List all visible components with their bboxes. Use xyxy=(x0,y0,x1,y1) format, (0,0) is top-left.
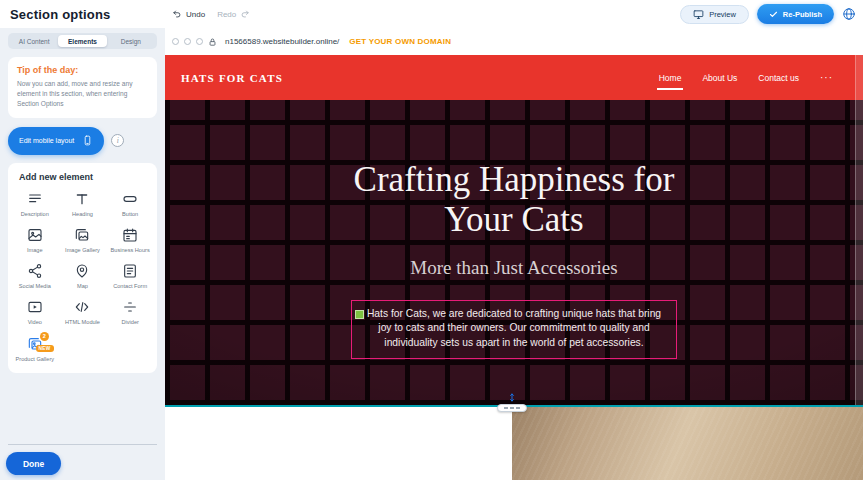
section-resize-handle[interactable] xyxy=(489,392,535,412)
element-label: Image xyxy=(27,247,43,254)
element-label: Product Gallery xyxy=(16,356,55,363)
element-map[interactable]: Map xyxy=(59,262,107,290)
window-dot xyxy=(184,38,191,45)
check-icon xyxy=(769,10,778,19)
monitor-icon xyxy=(693,9,704,20)
window-dot xyxy=(172,38,179,45)
element-html-module[interactable]: HTML Module xyxy=(59,298,107,326)
republish-button[interactable]: Re-Publish xyxy=(757,4,834,24)
hero-section[interactable]: Crafting Happiness forYour Cats More tha… xyxy=(165,100,863,405)
element-label: Heading xyxy=(72,211,93,218)
resize-arrows-icon xyxy=(507,392,517,403)
redo-button[interactable]: Redo xyxy=(217,9,250,19)
element-image[interactable]: Image xyxy=(11,226,59,254)
hero-heading-line2: Your Cats xyxy=(444,200,583,239)
element-label: Description xyxy=(21,211,49,218)
element-label: Business Hours xyxy=(111,247,150,254)
tab-design[interactable]: Design xyxy=(107,35,155,47)
element-business-hours[interactable]: Business Hours xyxy=(106,226,154,254)
social-media-icon xyxy=(27,262,43,280)
button-icon xyxy=(122,190,138,208)
map-pin-icon xyxy=(74,262,90,280)
count-badge: 2 xyxy=(40,332,49,341)
info-icon[interactable]: i xyxy=(111,134,124,147)
republish-label: Re-Publish xyxy=(783,10,822,19)
contact-form-icon xyxy=(122,262,138,280)
redo-label: Redo xyxy=(217,10,236,19)
tip-card: Tip of the day: Now you can add, move an… xyxy=(8,57,157,118)
undo-icon xyxy=(172,9,182,19)
edit-mobile-label: Edit mobile layout xyxy=(19,137,74,144)
add-element-panel: Add new element Description Heading Butt… xyxy=(8,163,157,373)
site-logo[interactable]: HATS FOR CATS xyxy=(181,72,283,84)
element-label: Image Gallery xyxy=(65,247,100,254)
sidebar-divider xyxy=(8,444,157,445)
undo-button[interactable]: Undo xyxy=(172,9,205,19)
element-label: Contact Form xyxy=(113,283,147,290)
hero-paragraph: Hats for Cats, we are dedicated to craft… xyxy=(362,307,666,351)
business-hours-icon xyxy=(122,226,138,244)
element-product-gallery[interactable]: 2 NEW Product Gallery xyxy=(11,335,59,363)
done-button[interactable]: Done xyxy=(6,452,61,475)
element-label: Map xyxy=(77,283,88,290)
tab-ai-content[interactable]: AI Content xyxy=(10,35,58,47)
browser-bar: n1566589.websitebuilder.online/ GET YOUR… xyxy=(165,28,863,55)
selected-text-element[interactable]: Hats for Cats, we are dedicated to craft… xyxy=(351,300,677,359)
hero-heading[interactable]: Crafting Happiness forYour Cats xyxy=(354,160,675,240)
topbar: Section options Undo Redo Preview Re-Pub xyxy=(0,0,863,28)
image-gallery-icon xyxy=(74,226,90,244)
site-scrollbar[interactable] xyxy=(855,55,863,405)
heading-icon xyxy=(74,190,90,208)
globe-icon[interactable] xyxy=(842,7,856,21)
next-section-image xyxy=(512,407,863,480)
preview-button[interactable]: Preview xyxy=(680,5,749,24)
element-button[interactable]: Button xyxy=(106,190,154,218)
undo-label: Undo xyxy=(186,10,205,19)
hero-subheading[interactable]: More than Just Accessories xyxy=(410,257,617,279)
new-badge: NEW xyxy=(36,345,54,352)
nav-home[interactable]: Home xyxy=(659,73,682,83)
nav-more-icon[interactable]: ··· xyxy=(820,72,833,83)
sidebar-tabs: AI Content Elements Design xyxy=(8,33,157,49)
add-element-title: Add new element xyxy=(19,172,154,182)
description-icon xyxy=(27,190,43,208)
element-description[interactable]: Description xyxy=(11,190,59,218)
nav-contact-us[interactable]: Contact us xyxy=(758,73,799,83)
tab-elements[interactable]: Elements xyxy=(58,35,106,47)
video-icon xyxy=(27,298,43,316)
site-url[interactable]: n1566589.websitebuilder.online/ xyxy=(225,37,339,46)
element-divider[interactable]: Divider xyxy=(106,298,154,326)
element-label: Divider xyxy=(121,319,138,326)
redo-icon xyxy=(240,9,250,19)
element-label: Button xyxy=(122,211,138,218)
sidebar: AI Content Elements Design Tip of the da… xyxy=(0,28,165,480)
history-controls: Undo Redo xyxy=(172,0,250,28)
image-icon xyxy=(27,226,43,244)
hero-heading-line1: Crafting Happiness for xyxy=(354,160,675,199)
get-domain-link[interactable]: GET YOUR OWN DOMAIN xyxy=(349,37,451,46)
element-contact-form[interactable]: Contact Form xyxy=(106,262,154,290)
topbar-actions: Preview Re-Publish xyxy=(680,0,856,28)
drag-handle[interactable] xyxy=(355,310,364,319)
site-header: HATS FOR CATS Home About Us Contact us ·… xyxy=(165,55,863,100)
resize-pill xyxy=(497,404,527,412)
edit-mobile-layout-button[interactable]: Edit mobile layout xyxy=(8,127,104,155)
element-label: Video xyxy=(28,319,42,326)
preview-label: Preview xyxy=(709,10,736,19)
site-nav: Home About Us Contact us ··· xyxy=(659,72,847,83)
mobile-layout-row: Edit mobile layout i xyxy=(8,127,157,155)
element-social-media[interactable]: Social Media xyxy=(11,262,59,290)
element-heading[interactable]: Heading xyxy=(59,190,107,218)
lock-icon xyxy=(208,37,217,47)
tip-body: Now you can add, move and resize any ele… xyxy=(17,79,148,110)
element-label: Social Media xyxy=(19,283,51,290)
nav-about-us[interactable]: About Us xyxy=(702,73,737,83)
tip-title: Tip of the day: xyxy=(17,65,148,75)
site-preview: HATS FOR CATS Home About Us Contact us ·… xyxy=(165,55,863,405)
phone-icon xyxy=(82,134,93,147)
code-icon xyxy=(74,298,90,316)
page-title: Section options xyxy=(10,7,111,22)
element-video[interactable]: Video xyxy=(11,298,59,326)
element-label: HTML Module xyxy=(65,319,100,326)
element-image-gallery[interactable]: Image Gallery xyxy=(59,226,107,254)
